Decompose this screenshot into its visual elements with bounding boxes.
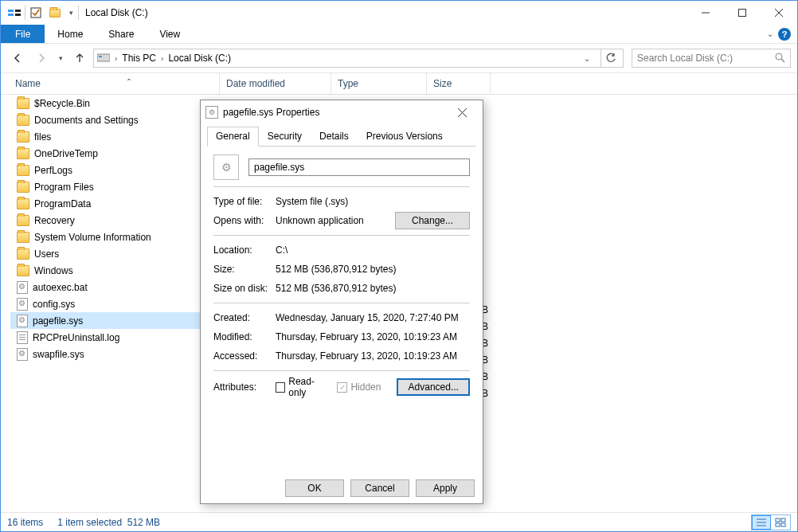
list-item[interactable]: autoexec.bat (10, 279, 209, 295)
label-sizeondisk: Size on disk: (213, 283, 276, 294)
folder-icon (17, 198, 29, 209)
list-item[interactable]: Documents and Settings (10, 111, 209, 128)
list-item[interactable]: OneDriveTemp (10, 145, 209, 162)
status-selection: 1 item selected 512 MB (57, 517, 160, 528)
navigation-row: ▾ › This PC › Local Disk (C:) ⌄ Search L… (1, 44, 797, 72)
close-button[interactable] (761, 1, 797, 25)
list-item[interactable]: ProgramData (10, 195, 209, 212)
qat-newfolder-icon[interactable] (46, 4, 64, 22)
column-size[interactable]: Size (427, 73, 491, 94)
list-item[interactable]: Windows (10, 262, 209, 279)
address-bar[interactable]: › This PC › Local Disk (C:) ⌄ (93, 49, 624, 68)
properties-dialog: ⚙ pagefile.sys Properties General Securi… (200, 100, 483, 504)
nav-forward-button[interactable] (31, 48, 52, 68)
search-box[interactable]: Search Local Disk (C:) (632, 49, 791, 68)
help-icon[interactable]: ? (778, 28, 791, 41)
nav-back-button[interactable] (7, 48, 28, 68)
maximize-button[interactable] (724, 1, 761, 25)
chevron-right-icon[interactable]: › (115, 54, 117, 63)
list-item[interactable]: swapfile.sys (10, 346, 209, 362)
svg-rect-10 (99, 56, 102, 57)
view-mode-toggle (751, 514, 791, 530)
view-largeicons-button[interactable] (771, 515, 790, 530)
view-details-button[interactable] (752, 515, 771, 530)
status-bar: 16 items 1 item selected 512 MB (1, 512, 797, 531)
label-location: Location: (213, 244, 276, 256)
search-icon (774, 52, 785, 65)
readonly-checkbox[interactable]: Read-only (276, 376, 329, 398)
list-item[interactable]: Recovery (10, 212, 209, 229)
status-count: 16 items (7, 517, 43, 528)
list-item[interactable]: pagefile.sys (10, 312, 209, 329)
list-item[interactable]: files (10, 128, 209, 145)
ok-button[interactable]: OK (285, 479, 344, 497)
breadcrumb-thispc[interactable]: This PC (122, 53, 156, 64)
tab-general[interactable]: General (207, 127, 259, 147)
list-item[interactable]: System Volume Information (10, 229, 209, 245)
dialog-file-icon: ⚙ (205, 106, 218, 119)
breadcrumb-localdisk[interactable]: Local Disk (C:) (168, 53, 231, 64)
file-name: System Volume Information (34, 232, 151, 243)
column-type[interactable]: Type (331, 73, 427, 94)
filename-input[interactable] (248, 158, 470, 176)
qat-properties-icon[interactable] (27, 4, 45, 22)
sysfile-icon (17, 348, 28, 361)
folder-icon (17, 98, 29, 109)
ribbon-file-tab[interactable]: File (1, 25, 45, 43)
file-name: Windows (34, 265, 73, 276)
dialog-title: pagefile.sys Properties (223, 107, 446, 118)
list-item[interactable]: config.sys (10, 295, 209, 312)
value-modified: Thursday, February 13, 2020, 10:19:23 AM (276, 331, 470, 342)
ribbon-tab-share[interactable]: Share (96, 25, 147, 43)
file-name: config.sys (33, 299, 75, 310)
folder-icon (17, 215, 29, 226)
tab-previous-versions[interactable]: Previous Versions (358, 127, 452, 147)
list-item[interactable]: RPCPreUninstall.log (10, 329, 209, 346)
ribbon-tab-view[interactable]: View (147, 25, 193, 43)
qat-dropdown-icon[interactable]: ▾ (65, 4, 76, 22)
advanced-button[interactable]: Advanced... (397, 378, 470, 396)
list-item[interactable]: Program Files (10, 178, 209, 195)
folder-icon (17, 265, 29, 276)
tab-security[interactable]: Security (259, 127, 311, 147)
dialog-tabs: General Security Details Previous Versio… (207, 126, 476, 147)
apply-button[interactable]: Apply (416, 479, 475, 497)
address-history-dropdown[interactable]: ⌄ (580, 49, 594, 67)
dialog-titlebar[interactable]: ⚙ pagefile.sys Properties (201, 100, 483, 124)
folder-icon (17, 131, 29, 143)
label-attributes: Attributes: (213, 381, 276, 393)
window-titlebar: ▾ Local Disk (C:) (1, 1, 797, 25)
list-item[interactable]: PerfLogs (10, 162, 209, 178)
list-item[interactable]: Users (10, 245, 209, 262)
qat-explorer-icon[interactable] (6, 4, 23, 22)
nav-up-button[interactable] (69, 48, 90, 68)
column-name[interactable]: Name ˆ (1, 73, 220, 94)
refresh-button[interactable] (600, 49, 620, 67)
value-sizeondisk: 512 MB (536,870,912 bytes) (276, 283, 470, 294)
svg-rect-19 (781, 523, 785, 526)
cancel-button[interactable]: Cancel (350, 479, 409, 497)
svg-rect-1 (8, 14, 14, 16)
nav-recent-dropdown[interactable]: ▾ (55, 48, 66, 68)
ribbon-tab-home[interactable]: Home (45, 25, 96, 43)
window-title: Local Disk (C:) (85, 7, 148, 18)
value-location: C:\ (276, 244, 470, 256)
folder-icon (17, 115, 29, 126)
svg-rect-0 (8, 10, 14, 12)
svg-line-12 (781, 59, 784, 62)
dialog-close-button[interactable] (446, 101, 478, 123)
tab-details[interactable]: Details (311, 127, 358, 147)
search-placeholder: Search Local Disk (C:) (637, 53, 733, 64)
column-date[interactable]: Date modified (220, 73, 331, 94)
label-openswith: Opens with: (213, 215, 276, 226)
qat-separator (25, 6, 25, 20)
file-list: $Recycle.BinDocuments and SettingsfilesO… (10, 95, 209, 362)
label-typeoffile: Type of file: (213, 196, 276, 207)
list-item[interactable]: $Recycle.Bin (10, 95, 209, 111)
change-button[interactable]: Change... (395, 212, 470, 229)
chevron-right-icon[interactable]: › (161, 54, 163, 63)
minimize-button[interactable] (687, 1, 724, 25)
qat-separator-2 (78, 6, 79, 20)
sysfile-icon (17, 315, 28, 327)
ribbon-expand-icon[interactable]: ⌄ (767, 29, 773, 38)
